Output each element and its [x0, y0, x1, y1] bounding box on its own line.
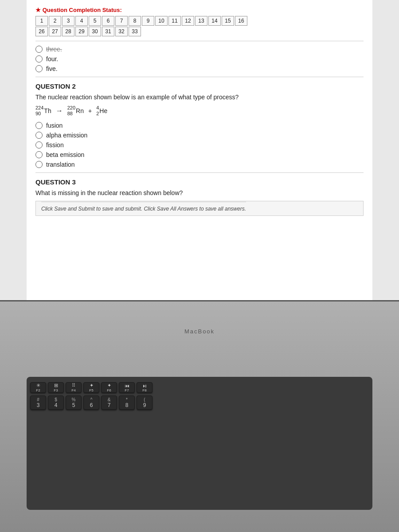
- key-f3[interactable]: ⊞ F3: [48, 382, 64, 393]
- key-8-bottom: 8: [125, 402, 129, 408]
- key-f4[interactable]: ⠿ F4: [66, 382, 82, 393]
- grid-num-10[interactable]: 10: [155, 16, 168, 26]
- option-four[interactable]: four.: [35, 55, 364, 63]
- grid-num-33[interactable]: 33: [129, 27, 141, 36]
- divider-q3: [35, 172, 364, 173]
- macbook-label: MacBook: [184, 328, 215, 335]
- key-5-top: %: [72, 397, 76, 402]
- option-five-label: five.: [46, 65, 58, 72]
- option-beta-emission-label: beta emission: [46, 151, 84, 158]
- option-translation[interactable]: translation: [35, 161, 364, 168]
- helium-symbol: He: [99, 107, 107, 114]
- key-8-top: *: [126, 397, 128, 402]
- grid-num-27[interactable]: 27: [49, 27, 61, 36]
- key-f7[interactable]: ⏮ F7: [119, 382, 135, 393]
- option-three[interactable]: three.: [35, 46, 364, 53]
- key-6-top: ^: [90, 397, 93, 402]
- key-4[interactable]: $ 4: [48, 395, 64, 410]
- key-7[interactable]: & 7: [101, 395, 117, 410]
- grid-num-3[interactable]: 3: [62, 16, 74, 26]
- grid-num-4[interactable]: 4: [75, 16, 88, 26]
- question-completion: Question Completion Status: 1 2 3 4 5 6 …: [35, 7, 364, 36]
- key-f6[interactable]: ✦ F6: [101, 382, 117, 393]
- key-5-bottom: 5: [72, 402, 75, 408]
- reaction-arrow: →: [56, 107, 63, 115]
- f5-label: F5: [89, 388, 93, 392]
- radio-fusion[interactable]: [35, 122, 43, 129]
- save-note-box: Click Save and Submit to save and submit…: [35, 201, 364, 216]
- helium-nums: 4 2: [96, 105, 99, 117]
- f2-label: F2: [36, 388, 40, 392]
- grid-num-5[interactable]: 5: [89, 16, 101, 26]
- f8-label: F8: [142, 388, 146, 392]
- grid-num-1[interactable]: 1: [35, 16, 48, 26]
- radio-three[interactable]: [35, 46, 43, 53]
- grid-num-12[interactable]: 12: [182, 16, 194, 26]
- radio-translation[interactable]: [35, 161, 43, 168]
- question3-heading: QUESTION 3: [35, 178, 364, 186]
- radio-five[interactable]: [35, 65, 43, 72]
- grid-num-31[interactable]: 31: [102, 27, 114, 36]
- grid-num-15[interactable]: 15: [222, 16, 234, 26]
- radio-fission[interactable]: [35, 141, 43, 149]
- key-8[interactable]: * 8: [119, 395, 135, 410]
- f2-icon: ✳: [36, 383, 40, 388]
- radon-mass: 220: [67, 105, 75, 111]
- completion-title: Question Completion Status:: [35, 7, 364, 13]
- option-translation-label: translation: [46, 161, 75, 168]
- grid-num-16[interactable]: 16: [235, 16, 247, 26]
- key-f2[interactable]: ✳ F2: [30, 382, 46, 393]
- divider-q2: [35, 77, 364, 77]
- grid-num-8[interactable]: 8: [129, 16, 141, 26]
- key-f5[interactable]: ✦ F5: [83, 382, 99, 393]
- key-9-top: (: [144, 397, 145, 402]
- key-7-top: &: [108, 397, 111, 402]
- num-row: # 3 $ 4 % 5 ^ 6 & 7 * 8: [30, 395, 369, 410]
- option-fission[interactable]: fission: [35, 141, 364, 149]
- radio-beta-emission[interactable]: [35, 151, 43, 158]
- key-6[interactable]: ^ 6: [83, 395, 99, 410]
- option-fusion[interactable]: fusion: [35, 122, 364, 129]
- question2-heading: QUESTION 2: [35, 82, 364, 90]
- key-4-bottom: 4: [55, 402, 58, 408]
- grid-num-13[interactable]: 13: [195, 16, 207, 26]
- key-9-bottom: 9: [143, 402, 146, 408]
- f3-icon: ⊞: [54, 383, 58, 388]
- option-beta-emission[interactable]: beta emission: [35, 151, 364, 158]
- key-f8[interactable]: ⏯ F8: [137, 382, 153, 393]
- thorium-atomic: 90: [35, 111, 43, 117]
- grid-num-32[interactable]: 32: [115, 27, 128, 36]
- key-3[interactable]: # 3: [30, 395, 46, 410]
- grid-num-28[interactable]: 28: [62, 27, 74, 36]
- grid-num-6[interactable]: 6: [102, 16, 114, 26]
- grid-num-29[interactable]: 29: [75, 27, 88, 36]
- question2-text: The nuclear reaction shown below is an e…: [35, 94, 364, 101]
- radio-four[interactable]: [35, 55, 43, 63]
- fn-row: ✳ F2 ⊞ F3 ⠿ F4 ✦ F5 ✦ F6 ⏮ F7: [30, 382, 369, 393]
- grid-num-2[interactable]: 2: [49, 16, 61, 26]
- keyboard: ✳ F2 ⊞ F3 ⠿ F4 ✦ F5 ✦ F6 ⏮ F7: [27, 377, 372, 510]
- radio-alpha-emission[interactable]: [35, 132, 43, 139]
- grid-num-11[interactable]: 11: [168, 16, 181, 26]
- key-5[interactable]: % 5: [66, 395, 82, 410]
- option-alpha-emission[interactable]: alpha emission: [35, 132, 364, 139]
- thorium-nums: 224 90: [35, 105, 43, 117]
- grid-num-9[interactable]: 9: [142, 16, 154, 26]
- option-three-label: three.: [46, 46, 62, 53]
- quiz-content: Question Completion Status: 1 2 3 4 5 6 …: [27, 0, 372, 300]
- radon-nums: 220 88: [67, 105, 75, 117]
- grid-num-26[interactable]: 26: [35, 27, 48, 36]
- option-five[interactable]: five.: [35, 65, 364, 72]
- radon-atomic: 88: [67, 111, 75, 117]
- key-9[interactable]: ( 9: [137, 395, 153, 410]
- key-7-bottom: 7: [108, 402, 111, 408]
- key-3-bottom: 3: [37, 402, 40, 408]
- grid-num-30[interactable]: 30: [89, 27, 101, 36]
- divider-top: [35, 41, 364, 41]
- grid-num-14[interactable]: 14: [208, 16, 221, 26]
- thorium-symbol: Th: [44, 107, 51, 114]
- nuclear-reaction: 224 90 Th → 220 88 Rn + 4 2 He: [35, 105, 364, 117]
- completion-row1: 1 2 3 4 5 6 7 8 9 10 11 12 13 14 15 16: [35, 16, 364, 26]
- grid-num-7[interactable]: 7: [115, 16, 128, 26]
- f7-label: F7: [125, 388, 129, 392]
